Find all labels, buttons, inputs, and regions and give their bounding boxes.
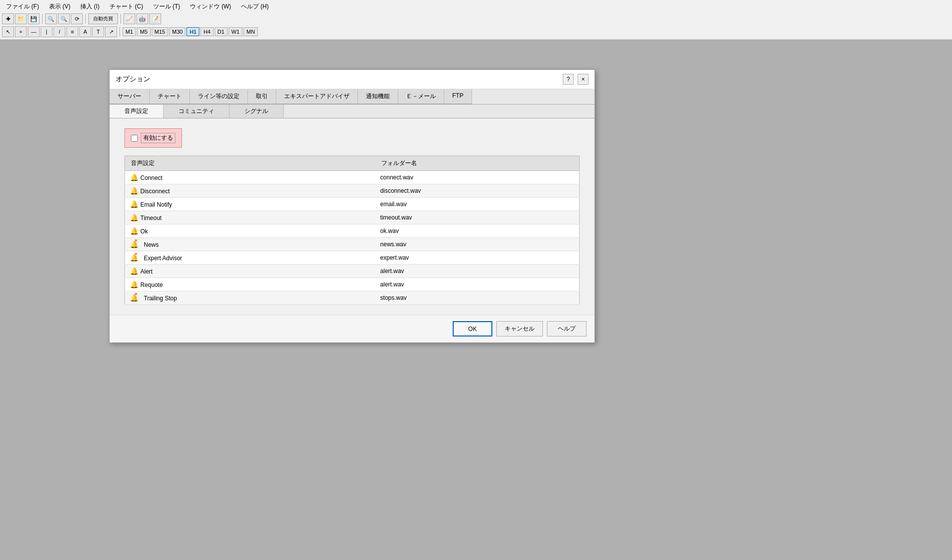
- tf-d1[interactable]: D1: [215, 27, 228, 36]
- menu-tools[interactable]: ツール (T): [151, 2, 182, 11]
- enable-label[interactable]: 有効にする: [131, 133, 176, 143]
- options-dialog: オプション ? × サーバー チャート ライン等の設定 取引 エキスパートアドバ…: [109, 69, 595, 343]
- sound-file-cell: connect.wav: [375, 171, 580, 184]
- tab-email[interactable]: Ｅ－メール: [398, 89, 444, 104]
- dialog-title: オプション: [116, 75, 150, 84]
- trend-btn[interactable]: /: [54, 26, 65, 37]
- tab-ftp[interactable]: FTP: [444, 89, 472, 104]
- sound-name-cell: 🔔Alert: [125, 265, 375, 278]
- cancel-button[interactable]: キャンセル: [496, 321, 543, 336]
- sound-name-cell: 🔔Requote: [125, 278, 375, 291]
- script-btn[interactable]: 📝: [149, 13, 161, 24]
- col-folder-name: フォルダー名: [375, 156, 580, 171]
- hline-btn[interactable]: —: [28, 26, 40, 37]
- enable-section: 有効にする: [124, 128, 182, 148]
- bell-error-icon: 🔔✕: [130, 294, 142, 302]
- tf-m1[interactable]: M1: [122, 27, 136, 36]
- sound-file-cell: email.wav: [375, 198, 580, 211]
- bell-icon: 🔔: [130, 267, 138, 275]
- table-row[interactable]: 🔔Disconnectdisconnect.wav: [125, 184, 580, 198]
- indicator-btn[interactable]: 📈: [123, 13, 135, 24]
- ok-button[interactable]: OK: [453, 321, 492, 336]
- table-row[interactable]: 🔔Connectconnect.wav: [125, 171, 580, 184]
- channel-btn[interactable]: ≡: [66, 26, 78, 37]
- table-row[interactable]: 🔔Requotealert.wav: [125, 278, 580, 291]
- tab-server[interactable]: サーバー: [110, 89, 150, 104]
- sub-tabs: 音声設定 コミュニティ シグナル: [110, 105, 595, 118]
- tab-expert[interactable]: エキスパートアドバイザ: [276, 89, 358, 104]
- table-row[interactable]: 🔔Alertalert.wav: [125, 265, 580, 278]
- new-chart-btn[interactable]: ✚: [2, 13, 14, 24]
- tf-m15[interactable]: M15: [152, 27, 168, 36]
- dialog-titlebar: オプション ? ×: [110, 70, 595, 89]
- sound-table: 音声設定 フォルダー名 🔔Connectconnect.wav🔔Disconne…: [124, 156, 580, 305]
- tf-h1[interactable]: H1: [186, 27, 199, 36]
- tf-m30[interactable]: M30: [169, 27, 185, 36]
- menu-window[interactable]: ウィンドウ (W): [188, 2, 233, 11]
- toolbar-row-2: ↖ + — | / ≡ A T ↗ M1 M5 M15 M30 H1 H4 D1…: [2, 25, 950, 38]
- col-sound-name: 音声設定: [125, 156, 375, 171]
- table-row[interactable]: 🔔Timeouttimeout.wav: [125, 211, 580, 224]
- sound-file-cell: disconnect.wav: [375, 184, 580, 198]
- crosshair-btn[interactable]: +: [15, 26, 27, 37]
- arrow-btn[interactable]: ↗: [105, 26, 117, 37]
- sound-row-name: Trailing Stop: [144, 295, 177, 302]
- tab-chart[interactable]: チャート: [150, 89, 190, 104]
- sound-name-cell: 🔔✕News: [125, 238, 375, 251]
- menu-insert[interactable]: 挿入 (I): [78, 2, 102, 11]
- tf-w1[interactable]: W1: [229, 27, 243, 36]
- auto-trade-btn[interactable]: 自動売買: [88, 13, 118, 24]
- sep1: [42, 14, 43, 24]
- sep2: [85, 14, 86, 24]
- sound-row-name: Timeout: [140, 215, 162, 222]
- open-btn[interactable]: 📁: [15, 13, 27, 24]
- table-row[interactable]: 🔔✕Trailing Stopstops.wav: [125, 291, 580, 305]
- sound-row-name: Requote: [140, 281, 163, 288]
- expert-btn[interactable]: 🤖: [136, 13, 148, 24]
- tf-mn[interactable]: MN: [243, 27, 258, 36]
- cursor-btn[interactable]: ↖: [2, 26, 14, 37]
- tab-notify[interactable]: 通知機能: [358, 89, 398, 104]
- sound-row-name: Disconnect: [140, 188, 170, 195]
- menu-view[interactable]: 表示 (V): [47, 2, 72, 11]
- sound-file-cell: alert.wav: [375, 265, 580, 278]
- tf-m5[interactable]: M5: [137, 27, 150, 36]
- tab-lines[interactable]: ライン等の設定: [190, 89, 248, 104]
- tab-community[interactable]: コミュニティ: [164, 105, 230, 118]
- sound-file-cell: expert.wav: [375, 251, 580, 265]
- menu-help[interactable]: ヘルプ (H): [239, 2, 271, 11]
- sound-row-name: Alert: [140, 268, 153, 275]
- bell-icon: 🔔: [130, 280, 138, 288]
- sound-row-name: Expert Advisor: [144, 255, 182, 262]
- sound-name-cell: 🔔Timeout: [125, 211, 375, 224]
- menu-chart[interactable]: チャート (C): [108, 2, 145, 11]
- zoom-in-btn[interactable]: 🔍: [45, 13, 57, 24]
- sound-file-cell: stops.wav: [375, 291, 580, 305]
- enable-checkbox[interactable]: [131, 135, 138, 142]
- table-row[interactable]: 🔔Okok.wav: [125, 224, 580, 238]
- sound-name-cell: 🔔✕Trailing Stop: [125, 291, 375, 305]
- vline-btn[interactable]: |: [41, 26, 53, 37]
- tab-sound[interactable]: 音声設定: [110, 105, 164, 118]
- bell-icon: 🔔: [130, 187, 138, 195]
- main-tabs: サーバー チャート ライン等の設定 取引 エキスパートアドバイザ 通知機能 Ｅ－…: [110, 89, 595, 105]
- auto-scroll-btn[interactable]: ⟳: [71, 13, 83, 24]
- tf-h4[interactable]: H4: [200, 27, 213, 36]
- dialog-help-btn[interactable]: ?: [563, 74, 574, 85]
- save-btn[interactable]: 💾: [28, 13, 40, 24]
- table-row[interactable]: 🔔Email Notifyemail.wav: [125, 198, 580, 211]
- sound-file-cell: ok.wav: [375, 224, 580, 238]
- zoom-out-btn[interactable]: 🔍: [58, 13, 70, 24]
- text-btn[interactable]: A: [79, 26, 91, 37]
- table-row[interactable]: 🔔✕Expert Advisorexpert.wav: [125, 251, 580, 265]
- dialog-footer: OK キャンセル ヘルプ: [110, 315, 595, 342]
- label-btn[interactable]: T: [92, 26, 104, 37]
- tab-signal[interactable]: シグナル: [230, 105, 284, 118]
- dialog-close-btn[interactable]: ×: [578, 74, 589, 85]
- bell-error-icon: 🔔✕: [130, 254, 142, 262]
- table-row[interactable]: 🔔✕Newsnews.wav: [125, 238, 580, 251]
- tab-trade[interactable]: 取引: [248, 89, 276, 104]
- dialog-controls: ? ×: [563, 74, 589, 85]
- menu-file[interactable]: ファイル (F): [4, 2, 41, 11]
- help-button[interactable]: ヘルプ: [547, 321, 587, 336]
